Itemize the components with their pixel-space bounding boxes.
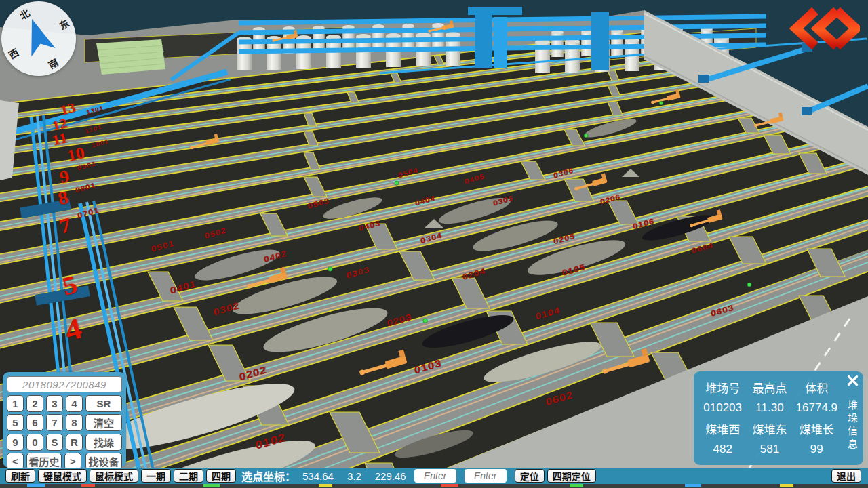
search-code-input[interactable]: [7, 376, 122, 392]
key-0[interactable]: 0: [26, 434, 43, 451]
clear-button[interactable]: 清空: [85, 414, 122, 431]
info-value: 99: [793, 443, 840, 456]
app-window: 1312111098754130111011001090108010701050…: [0, 0, 868, 488]
key-9[interactable]: 9: [7, 434, 24, 451]
info-value: 581: [746, 443, 793, 456]
phase1-button[interactable]: 一期: [141, 469, 171, 483]
selected-point-label: 选点坐标：: [241, 468, 296, 484]
close-icon[interactable]: [847, 375, 859, 386]
compass-widget[interactable]: 北 东 南 西: [1, 1, 76, 76]
info-header: 煤堆东: [746, 420, 793, 437]
info-value: 482: [699, 443, 746, 456]
key-s[interactable]: S: [46, 434, 63, 451]
locate-button[interactable]: 定位: [515, 469, 545, 483]
key-8[interactable]: 8: [66, 414, 83, 431]
key-1[interactable]: 1: [7, 395, 24, 412]
key-4[interactable]: 4: [66, 395, 83, 412]
key-mouse-mode-button[interactable]: 键鼠模式: [38, 469, 87, 483]
coord-y-value: 3.2: [347, 470, 361, 482]
pile-info-grid: 堆场号 最高点 体积 010203 11.30 16774.9 煤堆西 煤堆东 …: [699, 377, 840, 460]
key-6[interactable]: 6: [26, 414, 43, 431]
coord-z-value: 229.46: [375, 470, 406, 482]
find-pile-button[interactable]: 找垛: [85, 434, 122, 451]
info-header: 最高点: [746, 379, 793, 396]
company-logo: [789, 7, 860, 50]
coord-input-2[interactable]: [465, 469, 507, 483]
phase4-button[interactable]: 四期: [206, 469, 236, 483]
coord-x-value: 534.64: [302, 470, 334, 482]
key-sr[interactable]: SR: [85, 395, 122, 412]
info-header: 煤堆西: [699, 420, 746, 437]
key-7[interactable]: 7: [46, 414, 63, 431]
info-value: 11.30: [746, 401, 793, 415]
phase4-locate-button[interactable]: 四期定位: [547, 469, 596, 483]
key-r[interactable]: R: [66, 434, 83, 451]
info-value: 010203: [699, 401, 746, 415]
pile-info-side-label: 堆垛信息: [845, 400, 859, 451]
coord-input-1[interactable]: [414, 469, 456, 483]
compass-arrow-icon: [12, 12, 66, 66]
keypad-panel: 1 2 3 4 SR 5 6 7 8 清空 9 0 S R 找垛 < 看历史 >…: [3, 372, 126, 468]
pile-info-panel: 堆场号 最高点 体积 010203 11.30 16774.9 煤堆西 煤堆东 …: [694, 371, 863, 465]
bottom-toolbar: 刷新 键鼠模式 鼠标模式 一期 二期 四期 选点坐标： 534.64 3.2 2…: [0, 468, 868, 484]
info-header: 体积: [793, 379, 840, 396]
key-3[interactable]: 3: [46, 395, 63, 412]
phase2-button[interactable]: 二期: [174, 469, 203, 483]
mouse-mode-button[interactable]: 鼠标模式: [90, 469, 138, 483]
info-value: 16774.9: [793, 401, 840, 415]
key-2[interactable]: 2: [26, 395, 43, 412]
info-header: 煤堆长: [793, 420, 840, 437]
exit-button[interactable]: 退出: [831, 469, 861, 483]
green-field: [96, 39, 165, 75]
key-5[interactable]: 5: [7, 414, 24, 431]
refresh-button[interactable]: 刷新: [5, 469, 35, 483]
info-header: 堆场号: [699, 379, 746, 396]
